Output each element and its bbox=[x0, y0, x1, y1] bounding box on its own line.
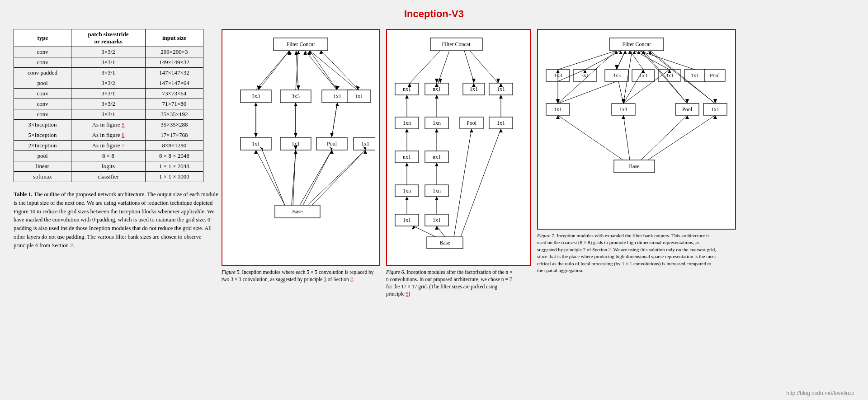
col-input: input size bbox=[145, 29, 203, 47]
table-row: 2×InceptionAs in figure 78×8×1280 bbox=[14, 141, 203, 151]
svg-line-58 bbox=[332, 103, 337, 137]
svg-line-71 bbox=[438, 51, 449, 83]
diagrams-section: Filter Concat bbox=[222, 29, 854, 297]
svg-line-38 bbox=[303, 150, 332, 205]
figure7-block: Filter Concat 1x3 3x1 3x3 bbox=[537, 29, 736, 274]
svg-marker-51 bbox=[308, 51, 312, 54]
figure6-diagram: Filter Concat nx1 nx1 1x1 bbox=[386, 29, 531, 266]
svg-text:Pool: Pool bbox=[710, 72, 720, 79]
svg-marker-113 bbox=[499, 95, 503, 99]
table-row: softmaxclassifier1 × 1 × 1000 bbox=[14, 172, 203, 182]
svg-line-6 bbox=[305, 51, 337, 90]
svg-text:1x1: 1x1 bbox=[361, 141, 369, 147]
svg-text:nx1: nx1 bbox=[403, 154, 411, 160]
svg-text:nx1: nx1 bbox=[403, 86, 411, 92]
svg-text:Pool: Pool bbox=[327, 141, 337, 147]
svg-line-73 bbox=[470, 51, 498, 83]
svg-line-187 bbox=[558, 115, 623, 160]
svg-text:1x1: 1x1 bbox=[619, 106, 627, 113]
figure7-caption: Figure 7. Inception modules with expande… bbox=[537, 232, 718, 274]
svg-text:Filter Concat: Filter Concat bbox=[287, 41, 316, 47]
svg-text:3x1: 3x1 bbox=[581, 72, 589, 79]
svg-text:Base: Base bbox=[439, 240, 450, 246]
svg-line-40 bbox=[312, 150, 365, 205]
svg-line-132 bbox=[461, 129, 501, 237]
table-row: conv3×3/173×73×64 bbox=[14, 89, 203, 99]
svg-marker-127 bbox=[412, 226, 415, 230]
table-row: 3×InceptionAs in figure 535×35×288 bbox=[14, 120, 203, 130]
svg-line-34 bbox=[262, 150, 285, 205]
svg-text:1x1: 1x1 bbox=[691, 72, 699, 79]
svg-text:1xn: 1xn bbox=[403, 120, 411, 126]
svg-line-195 bbox=[558, 51, 616, 70]
svg-line-72 bbox=[464, 51, 474, 83]
table-row: 5×InceptionAs in figure 617×17×768 bbox=[14, 130, 203, 141]
svg-text:Pool: Pool bbox=[467, 120, 477, 126]
table-row: conv padded3×3/1147×147×32 bbox=[14, 68, 203, 78]
svg-line-62 bbox=[292, 150, 296, 205]
figure5-diagram: Filter Concat bbox=[222, 29, 380, 266]
svg-marker-5 bbox=[297, 85, 300, 90]
svg-marker-188 bbox=[556, 115, 560, 119]
svg-text:1x1: 1x1 bbox=[333, 93, 341, 99]
svg-text:nx1: nx1 bbox=[433, 86, 441, 92]
svg-text:1x1: 1x1 bbox=[403, 217, 411, 223]
svg-line-8 bbox=[310, 51, 357, 90]
svg-marker-200 bbox=[623, 51, 627, 54]
svg-marker-49 bbox=[297, 51, 300, 54]
svg-marker-136 bbox=[472, 79, 476, 83]
svg-text:Base: Base bbox=[292, 208, 302, 215]
svg-text:3x1: 3x1 bbox=[665, 72, 674, 79]
svg-line-126 bbox=[413, 226, 436, 237]
svg-marker-172 bbox=[685, 99, 689, 104]
svg-marker-173 bbox=[713, 99, 717, 104]
figure5-svg: Filter Concat bbox=[226, 33, 375, 259]
svg-marker-123 bbox=[405, 197, 409, 200]
table-row: pool3×3/2147×147×64 bbox=[14, 78, 203, 89]
svg-line-191 bbox=[641, 115, 687, 160]
svg-line-193 bbox=[648, 115, 715, 160]
figure6-block: Filter Concat nx1 nx1 1x1 bbox=[386, 29, 531, 297]
svg-marker-59 bbox=[335, 103, 339, 106]
svg-marker-137 bbox=[496, 79, 500, 83]
figure5-block: Filter Concat bbox=[222, 29, 380, 283]
svg-line-130 bbox=[454, 129, 472, 237]
svg-text:1x1: 1x1 bbox=[470, 86, 478, 92]
svg-marker-44 bbox=[303, 51, 307, 55]
svg-text:nx1: nx1 bbox=[433, 154, 441, 160]
svg-line-197 bbox=[585, 51, 621, 70]
table-row: conv3×3/2299×299×3 bbox=[14, 47, 203, 57]
table-row: conv3×3/271×71×80 bbox=[14, 99, 203, 109]
svg-text:1x1: 1x1 bbox=[554, 106, 562, 113]
table-row: linearlogits1 × 1 × 2048 bbox=[14, 161, 203, 172]
svg-marker-111 bbox=[435, 95, 439, 99]
svg-text:Filter Concat: Filter Concat bbox=[623, 41, 651, 47]
watermark: http://blog.csdn.net/loveliuzz bbox=[786, 390, 854, 396]
svg-line-60 bbox=[256, 150, 285, 205]
svg-text:1x3: 1x3 bbox=[639, 72, 647, 79]
svg-marker-121 bbox=[435, 163, 439, 166]
table-row: conv3×3/1149×149×32 bbox=[14, 57, 203, 68]
figure5-caption: Figure 5. Inception modules where each 5… bbox=[222, 268, 375, 283]
svg-marker-57 bbox=[294, 103, 297, 106]
svg-text:1x1: 1x1 bbox=[711, 106, 719, 113]
page-title: Inception-V3 bbox=[0, 0, 868, 24]
svg-line-201 bbox=[630, 51, 643, 70]
svg-text:1xn: 1xn bbox=[433, 188, 441, 194]
svg-marker-61 bbox=[254, 150, 258, 154]
svg-marker-63 bbox=[294, 150, 297, 154]
svg-text:Pool: Pool bbox=[682, 106, 693, 113]
col-type: type bbox=[14, 29, 71, 47]
svg-text:1x1: 1x1 bbox=[497, 120, 505, 126]
svg-marker-133 bbox=[499, 129, 503, 132]
svg-marker-117 bbox=[435, 129, 439, 132]
figure6-svg: Filter Concat nx1 nx1 1x1 bbox=[391, 33, 526, 259]
svg-text:3x3: 3x3 bbox=[252, 93, 260, 99]
svg-text:1xn: 1xn bbox=[403, 188, 411, 194]
svg-text:1xn: 1xn bbox=[433, 120, 441, 126]
svg-marker-135 bbox=[435, 79, 439, 83]
svg-marker-194 bbox=[713, 115, 717, 119]
svg-marker-55 bbox=[254, 103, 258, 106]
svg-marker-115 bbox=[405, 129, 409, 132]
svg-line-52 bbox=[321, 51, 359, 90]
